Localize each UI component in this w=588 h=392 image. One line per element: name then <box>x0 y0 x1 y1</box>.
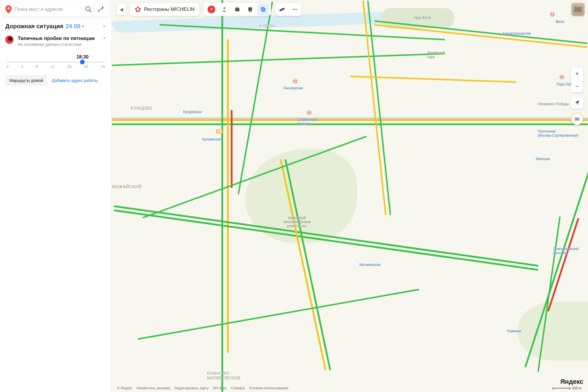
michelin-chip-label: Рестораны MICHELIN <box>144 6 195 12</box>
map-label: р. Москва <box>259 24 275 28</box>
svg-rect-16 <box>279 8 285 12</box>
map-label: Филёвский парк <box>427 51 445 59</box>
search-bar <box>2 2 109 16</box>
map-district-label: КУНЦЕВО <box>131 106 153 110</box>
park-shape <box>517 302 588 361</box>
map-label: Минская <box>536 157 550 161</box>
map-label: парк Фили <box>414 16 431 20</box>
metro-icon: Ⓜ <box>559 74 564 79</box>
svg-line-1 <box>90 11 91 12</box>
traffic-panel: Дорожная ситуация 24.09 ▼ × Типичные про… <box>0 19 111 92</box>
map-district-label: ОЧАКОВО- МАТВЕЕВСКОЕ <box>207 371 241 380</box>
user-avatar[interactable] <box>572 3 584 16</box>
map-label: Фили <box>555 20 564 24</box>
map-label: Багратионовская <box>503 31 531 36</box>
svg-point-6 <box>136 10 138 12</box>
map-label: Матвеевская <box>359 263 381 267</box>
search-input[interactable] <box>15 7 80 12</box>
footer-link[interactable]: Разместить рекламу <box>137 386 171 390</box>
traffic-layer-button[interactable]: 7 <box>205 4 218 15</box>
traffic-heading: Типичные пробки по пятницам <box>18 36 98 41</box>
svg-point-3 <box>137 7 139 9</box>
svg-point-12 <box>249 11 250 12</box>
routes-home-button[interactable]: Маршруты домой <box>5 75 47 86</box>
svg-point-7 <box>135 8 137 10</box>
metro-icon: Ⓜ <box>550 12 555 16</box>
time-slider-thumb[interactable] <box>80 60 85 64</box>
route-button[interactable] <box>94 4 106 15</box>
panorama-button[interactable] <box>231 4 243 15</box>
panel-date-value: 24.09 <box>66 23 80 30</box>
map-label: Монумент Победы <box>538 102 569 106</box>
time-slider-tick: 20 <box>84 64 88 69</box>
map-district-label: МОЖАЙСКИЙ <box>112 184 142 189</box>
time-slider-track[interactable] <box>6 61 105 63</box>
footer-link[interactable]: Редактировать карту <box>174 386 208 390</box>
add-work-address-link[interactable]: Добавить адрес работы <box>52 78 98 83</box>
locate-me-button[interactable] <box>571 96 583 109</box>
svg-point-19 <box>296 9 297 10</box>
sidebar: Дорожная ситуация 24.09 ▼ × Типичные про… <box>0 0 112 392</box>
footer-link[interactable]: API Карт <box>213 386 227 390</box>
close-button[interactable]: × <box>102 23 106 30</box>
map-label: природный заказник Долина реки Сетунь <box>283 216 310 228</box>
michelin-icon <box>135 6 141 13</box>
svg-rect-9 <box>235 8 240 11</box>
metro-icon: Ⓜ <box>307 110 312 115</box>
zoom-out-button[interactable]: − <box>571 80 583 92</box>
svg-rect-10 <box>236 7 238 9</box>
time-slider-tick: 0 <box>6 64 9 69</box>
svg-point-13 <box>250 11 252 12</box>
map-label: Славянский бульвар <box>298 118 317 126</box>
svg-point-4 <box>139 8 141 10</box>
svg-point-2 <box>98 11 99 12</box>
map-pin-icon <box>5 5 12 14</box>
panel-date-picker[interactable]: 24.09 ▼ <box>66 23 84 30</box>
footer-link[interactable]: Условия использования <box>249 386 288 390</box>
time-slider[interactable]: 18:30 04812162024 <box>5 54 106 69</box>
time-slider-tick: 16 <box>67 64 71 69</box>
map-layers-toolbar: 7 <box>203 3 271 16</box>
chevron-left-icon: ◀ <box>120 7 123 12</box>
svg-rect-11 <box>248 7 252 11</box>
map-label: Кунцевская <box>202 137 221 141</box>
svg-point-18 <box>294 9 295 10</box>
brand-logo: Яндекс <box>560 378 583 386</box>
time-slider-tick: 12 <box>50 64 54 69</box>
measure-toolbar <box>275 3 302 16</box>
panel-title: Дорожная ситуация <box>5 23 63 30</box>
svg-rect-15 <box>262 9 265 11</box>
map-label: Поклонная (Москва-Сортировочная) <box>538 129 579 138</box>
ruler-button[interactable] <box>276 4 288 15</box>
time-slider-value: 18:30 <box>76 54 88 60</box>
traffic-subtitle: На основании данных статистики <box>18 42 98 47</box>
map-canvas[interactable]: парк Фили р. Москва Багратионовская Ⓜ Фи… <box>112 0 588 392</box>
chevron-down-icon: ▼ <box>82 25 85 28</box>
footer-link[interactable]: Справка <box>231 386 245 390</box>
michelin-chip[interactable]: Рестораны MICHELIN <box>130 3 199 16</box>
map-label: Раменки <box>507 329 521 333</box>
map-label: Ломоносовский проспект <box>553 247 578 255</box>
time-slider-tick: 4 <box>21 64 23 69</box>
zoom-in-button[interactable]: + <box>571 68 583 80</box>
time-slider-tick: 24 <box>101 64 105 69</box>
map-zoom-controls: + − 3D <box>571 68 583 125</box>
more-button[interactable] <box>289 4 301 15</box>
collapse-sidebar-button[interactable]: ◀ <box>117 4 126 15</box>
metro-icon: Ⓜ <box>293 78 298 83</box>
traffic-level-icon <box>5 36 14 44</box>
sidebar-resize-handle[interactable] <box>112 0 116 392</box>
collapse-caret-icon[interactable]: ▲ <box>103 36 106 47</box>
svg-point-17 <box>293 9 294 10</box>
search-button[interactable] <box>83 4 94 15</box>
transit-button[interactable] <box>244 4 256 15</box>
toggle-3d-button[interactable]: 3D <box>571 113 583 125</box>
time-slider-tick: 8 <box>36 64 38 69</box>
svg-rect-14 <box>261 7 264 10</box>
svg-point-8 <box>223 7 225 9</box>
street-view-button[interactable] <box>218 4 230 15</box>
layers-button[interactable] <box>257 4 269 15</box>
time-slider-ticks: 04812162024 <box>6 64 105 69</box>
footer-links: © Яндекс Разместить рекламуРедактировать… <box>117 386 584 390</box>
footer-copyright: © Яндекс <box>117 386 133 390</box>
